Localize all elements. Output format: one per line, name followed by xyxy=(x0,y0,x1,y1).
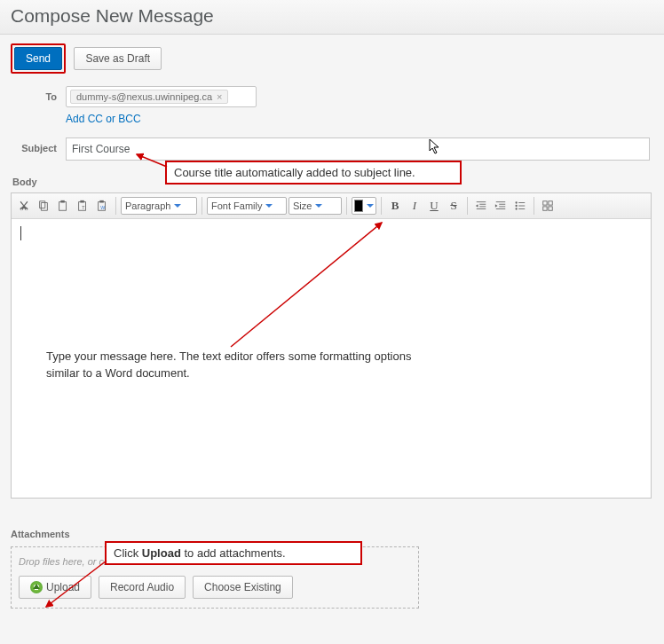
upload-button[interactable]: Upload xyxy=(19,576,91,599)
font-size-select[interactable]: Size xyxy=(289,197,342,215)
svg-rect-12 xyxy=(549,201,552,205)
svg-rect-11 xyxy=(543,201,547,205)
outdent-icon xyxy=(475,200,487,212)
indent-icon xyxy=(494,200,507,212)
svg-rect-13 xyxy=(543,207,547,210)
toolbar-separator xyxy=(534,197,534,215)
save-draft-button[interactable]: Save as Draft xyxy=(74,47,162,70)
upload-annotation: Click Upload to add attachments. xyxy=(105,541,362,565)
indent-button[interactable] xyxy=(492,197,510,215)
paste-icon xyxy=(57,200,69,212)
cut-button[interactable] xyxy=(15,197,33,215)
upload-label: Upload xyxy=(46,581,80,593)
subject-annotation: Course title automatically added to subj… xyxy=(165,161,462,185)
paste-button[interactable] xyxy=(54,197,72,215)
attachments-label: Attachments xyxy=(11,529,70,539)
italic-button[interactable]: I xyxy=(406,197,423,215)
svg-rect-0 xyxy=(59,202,67,211)
text-color-select[interactable] xyxy=(352,197,376,215)
to-input[interactable]: dummy-s@nexus.uwinnipeg.ca × xyxy=(66,86,257,107)
toolbar-separator xyxy=(346,197,347,215)
record-audio-button[interactable]: Record Audio xyxy=(99,576,186,599)
send-highlight: Send xyxy=(11,43,66,74)
svg-text:T: T xyxy=(82,205,85,210)
subject-label: Subject xyxy=(11,137,66,153)
caret-icon xyxy=(174,204,181,208)
paragraph-select[interactable]: Paragraph xyxy=(121,197,197,215)
subject-annotation-text: Course title automatically added to subj… xyxy=(174,166,415,179)
body-annotation: Type your message here. The text editor … xyxy=(46,349,419,382)
svg-text:W: W xyxy=(100,205,105,210)
caret-icon xyxy=(265,204,273,208)
paste-text-button[interactable]: T xyxy=(74,197,91,215)
copy-button[interactable] xyxy=(35,197,52,215)
fullscreen-button[interactable] xyxy=(539,197,557,215)
svg-rect-6 xyxy=(99,200,103,203)
upload-icon xyxy=(30,581,43,593)
strike-button[interactable]: S xyxy=(445,197,462,215)
send-button[interactable]: Send xyxy=(14,47,62,70)
subject-input[interactable] xyxy=(66,137,650,161)
paste-text-icon: T xyxy=(76,200,89,212)
bullets-icon xyxy=(514,200,526,212)
fullscreen-icon xyxy=(541,200,554,212)
bullet-list-button[interactable] xyxy=(511,197,529,215)
paste-word-icon: W xyxy=(96,200,108,212)
paragraph-label: Paragraph xyxy=(125,200,170,211)
toolbar-separator xyxy=(467,197,468,215)
underline-button[interactable]: U xyxy=(425,197,443,215)
toolbar-separator xyxy=(202,197,202,215)
toolbar-separator xyxy=(381,197,382,215)
paste-word-button[interactable]: W xyxy=(93,197,111,215)
form-area: To dummy-s@nexus.uwinnipeg.ca × Add CC o… xyxy=(0,79,664,173)
copy-icon xyxy=(37,200,50,212)
svg-rect-3 xyxy=(80,200,83,203)
caret-icon xyxy=(315,204,322,208)
page-header: Compose New Message xyxy=(0,0,664,35)
to-row: To dummy-s@nexus.uwinnipeg.ca × Add CC o… xyxy=(11,86,653,125)
font-family-select[interactable]: Font Family xyxy=(207,197,287,215)
upload-annot-pre: Click xyxy=(114,546,142,560)
color-swatch xyxy=(354,200,363,212)
svg-point-9 xyxy=(515,205,517,207)
to-label: To xyxy=(11,86,66,102)
mouse-cursor-icon xyxy=(429,138,443,158)
outdent-button[interactable] xyxy=(472,197,490,215)
add-cc-bcc-link[interactable]: Add CC or BCC xyxy=(66,113,141,125)
upload-annot-post: to add attachments. xyxy=(181,546,286,560)
svg-point-10 xyxy=(515,208,517,209)
scissors-icon xyxy=(18,200,30,212)
attachments-section: Attachments Drop files here, or click be… xyxy=(0,516,664,616)
editor-toolbar: T W Paragraph Font Family Size B I U S xyxy=(12,193,651,219)
text-cursor xyxy=(20,226,21,240)
svg-point-8 xyxy=(515,201,517,203)
body-annotation-text: Type your message here. The text editor … xyxy=(46,349,411,380)
caret-icon xyxy=(367,204,374,208)
choose-existing-button[interactable]: Choose Existing xyxy=(193,576,293,599)
recipient-text: dummy-s@nexus.uwinnipeg.ca xyxy=(76,91,212,102)
font-size-label: Size xyxy=(293,200,312,211)
font-family-label: Font Family xyxy=(211,200,262,211)
recipient-chip: dummy-s@nexus.uwinnipeg.ca × xyxy=(70,90,228,104)
subject-row: Subject xyxy=(11,137,653,161)
action-row: Send Save as Draft xyxy=(0,35,664,79)
upload-annot-bold: Upload xyxy=(142,546,181,560)
page-title: Compose New Message xyxy=(11,5,653,27)
svg-rect-1 xyxy=(60,200,64,203)
toolbar-separator xyxy=(115,197,116,215)
editor: T W Paragraph Font Family Size B I U S xyxy=(11,192,652,499)
svg-rect-14 xyxy=(549,207,552,210)
bold-button[interactable]: B xyxy=(386,197,404,215)
remove-recipient-icon[interactable]: × xyxy=(217,91,222,102)
